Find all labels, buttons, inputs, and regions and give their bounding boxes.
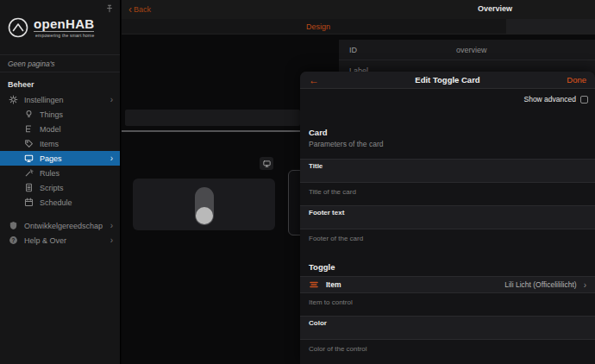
sidebar-item-label: Pages xyxy=(40,154,62,163)
sidebar-item-model[interactable]: Model xyxy=(0,122,120,136)
field-color-input[interactable] xyxy=(309,327,586,337)
wand-icon xyxy=(24,168,34,178)
no-pages-label: Geen pagina's xyxy=(0,55,120,72)
sitemap-icon xyxy=(24,124,34,134)
section-toggle-title: Toggle xyxy=(300,262,595,272)
config-row-id[interactable]: ID overview xyxy=(339,40,595,60)
field-color: Color xyxy=(300,316,595,340)
show-advanced-checkbox[interactable] xyxy=(580,96,588,104)
config-id-label: ID xyxy=(349,46,357,54)
block-title-input[interactable] xyxy=(125,110,300,126)
calendar-icon xyxy=(24,198,34,207)
sidebar: openHAB empowering the smart home Geen p… xyxy=(0,0,121,364)
logo-tagline: empowering the smart home xyxy=(34,31,94,38)
sidebar-item-instellingen[interactable]: Instellingen › xyxy=(0,92,120,107)
sidebar-item-items[interactable]: Items xyxy=(0,136,120,151)
modal-header: ← Edit Toggle Card Done xyxy=(300,72,595,89)
pin-icon[interactable] xyxy=(105,4,114,13)
show-advanced-label: Show advanced xyxy=(524,95,577,104)
sidebar-item-label: Instellingen xyxy=(24,96,64,104)
sidebar-item-label: Things xyxy=(40,110,63,119)
openhab-logo-icon xyxy=(7,16,29,39)
logo-title: openHAB xyxy=(34,17,94,30)
sidebar-item-help-about[interactable]: ? Help & Over › xyxy=(0,233,120,248)
back-button[interactable]: ‹ Back xyxy=(122,5,158,14)
item-row-label: Item xyxy=(326,280,341,289)
chevron-right-icon: › xyxy=(110,96,113,104)
sidebar-item-label: Schedule xyxy=(40,198,72,207)
edit-toggle-card-modal: ← Edit Toggle Card Done Show advanced Ca… xyxy=(300,72,595,364)
section-card-subtitle: Parameters of the card xyxy=(300,140,595,148)
sidebar-item-label: Model xyxy=(40,125,61,134)
field-color-description: Color of the control xyxy=(300,340,595,359)
chevron-right-icon: › xyxy=(110,236,113,245)
sidebar-item-label: Help & Over xyxy=(24,236,66,245)
modal-title: Edit Toggle Card xyxy=(300,75,595,85)
toggle-knob xyxy=(196,207,213,224)
field-title-input[interactable] xyxy=(309,170,586,180)
item-picker-row[interactable]: Item Lili Licht (Officelililicht) › xyxy=(300,276,595,293)
sidebar-item-schedule[interactable]: Schedule xyxy=(0,195,120,210)
sidebar-item-label: Scripts xyxy=(40,184,64,192)
field-title: Title xyxy=(300,159,595,183)
sidebar-item-label: Ontwikkelgereedschap xyxy=(24,222,103,230)
tabbar: Design xyxy=(122,19,595,35)
tabbar-right-panel xyxy=(506,19,595,34)
toggle-switch[interactable] xyxy=(195,187,214,225)
field-title-description: Title of the card xyxy=(300,183,595,202)
field-color-label: Color xyxy=(309,319,586,327)
monitor-icon xyxy=(24,154,34,163)
gear-icon xyxy=(9,95,18,104)
back-chevron-icon: ‹ xyxy=(128,6,132,14)
field-footer-label: Footer text xyxy=(309,209,586,217)
section-beheer: Beheer xyxy=(0,80,120,92)
lightbulb-icon xyxy=(24,110,34,119)
done-button[interactable]: Done xyxy=(558,75,595,85)
item-row-value: Lili Licht (Officelililicht) xyxy=(504,280,576,289)
shield-icon xyxy=(9,221,18,230)
question-icon: ? xyxy=(9,235,18,245)
sidebar-spacer xyxy=(0,210,120,218)
show-advanced-row[interactable]: Show advanced xyxy=(300,89,595,104)
visibility-indicator xyxy=(260,157,273,170)
navbar: ‹ Back Overview xyxy=(122,0,595,19)
app-root: openHAB empowering the smart home Geen p… xyxy=(0,0,595,364)
section-card-title: Card xyxy=(300,128,595,137)
openhab-logo: openHAB empowering the smart home xyxy=(0,0,120,55)
item-icon xyxy=(309,279,319,290)
toggle-card-widget[interactable] xyxy=(133,179,275,230)
sidebar-item-scripts[interactable]: Scripts xyxy=(0,180,120,195)
back-label: Back xyxy=(134,5,151,14)
field-footer-description: Footer of the card xyxy=(300,229,595,248)
sidebar-item-label: Rules xyxy=(40,169,60,178)
sidebar-item-pages[interactable]: Pages › xyxy=(0,151,120,166)
chevron-right-icon: › xyxy=(110,154,113,163)
editor-divider xyxy=(122,130,301,132)
monitor-icon xyxy=(262,160,272,168)
field-footer: Footer text xyxy=(300,205,595,229)
tab-design[interactable]: Design xyxy=(306,22,330,31)
page-title: Overview xyxy=(478,4,512,13)
sidebar-item-label: Items xyxy=(40,140,59,148)
field-title-label: Title xyxy=(309,162,586,170)
sidebar-item-rules[interactable]: Rules xyxy=(0,166,120,180)
svg-text:?: ? xyxy=(12,237,16,243)
chevron-right-icon: › xyxy=(584,280,586,290)
chevron-right-icon: › xyxy=(110,222,113,230)
config-id-value: overview xyxy=(456,46,487,54)
document-icon xyxy=(24,183,34,192)
sidebar-item-things[interactable]: Things xyxy=(0,107,120,122)
item-row-description: Item to control xyxy=(300,293,595,312)
field-footer-input[interactable] xyxy=(309,217,586,227)
tag-icon xyxy=(24,139,34,148)
sidebar-item-developer-tools[interactable]: Ontwikkelgereedschap › xyxy=(0,218,120,233)
